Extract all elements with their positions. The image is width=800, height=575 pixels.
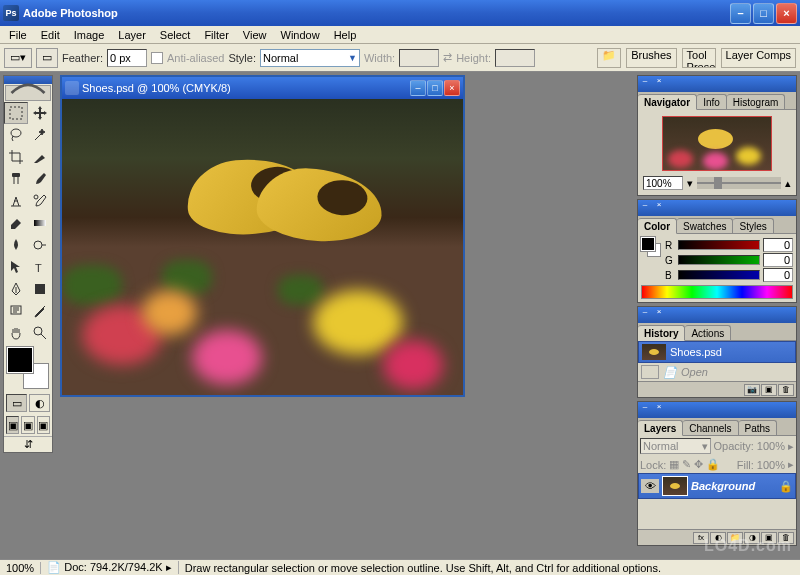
history-brush-tool[interactable] [28, 190, 52, 212]
panel-minimize-icon[interactable]: – [638, 200, 652, 216]
screen-full-menubar-button[interactable]: ▣ [21, 416, 34, 434]
document-icon [65, 81, 79, 95]
style-select[interactable]: Normal▼ [260, 49, 360, 67]
navigator-zoom-input[interactable] [643, 176, 683, 190]
eyedropper-tool[interactable] [28, 300, 52, 322]
menu-file[interactable]: File [2, 27, 34, 43]
panel-minimize-icon[interactable]: – [638, 76, 652, 92]
status-zoom[interactable]: 100% [0, 562, 41, 574]
r-input[interactable] [763, 238, 793, 252]
adobe-online-icon[interactable] [5, 85, 51, 101]
doc-close-button[interactable]: × [444, 80, 460, 96]
gradient-tool[interactable] [28, 212, 52, 234]
clone-stamp-tool[interactable] [4, 190, 28, 212]
tab-actions[interactable]: Actions [685, 325, 731, 340]
panel-close-icon[interactable]: × [652, 402, 666, 418]
canvas[interactable] [62, 99, 463, 395]
menu-select[interactable]: Select [153, 27, 198, 43]
crop-tool[interactable] [4, 146, 28, 168]
tool-preset-picker[interactable]: ▭▾ [4, 48, 32, 68]
tab-navigator[interactable]: Navigator [638, 94, 697, 110]
menu-filter[interactable]: Filter [197, 27, 235, 43]
menu-view[interactable]: View [236, 27, 274, 43]
b-slider[interactable] [678, 270, 760, 280]
panel-minimize-icon[interactable]: – [638, 307, 652, 323]
doc-maximize-button[interactable]: □ [427, 80, 443, 96]
g-slider[interactable] [678, 255, 760, 265]
maximize-button[interactable]: □ [753, 3, 774, 24]
lasso-tool[interactable] [4, 124, 28, 146]
slice-tool[interactable] [28, 146, 52, 168]
panel-close-icon[interactable]: × [652, 307, 666, 323]
tab-info[interactable]: Info [697, 94, 727, 109]
palette-well-toggle[interactable]: 📁 [597, 48, 621, 68]
brush-tool[interactable] [28, 168, 52, 190]
menu-image[interactable]: Image [67, 27, 112, 43]
close-button[interactable]: × [776, 3, 797, 24]
shape-tool[interactable] [28, 278, 52, 300]
path-selection-tool[interactable] [4, 256, 28, 278]
doc-minimize-button[interactable]: – [410, 80, 426, 96]
healing-brush-tool[interactable] [4, 168, 28, 190]
eraser-tool[interactable] [4, 212, 28, 234]
document-titlebar[interactable]: Shoes.psd @ 100% (CMYK/8) – □ × [62, 77, 463, 99]
g-input[interactable] [763, 253, 793, 267]
quickmask-mode-button[interactable]: ◐ [29, 394, 50, 412]
marquee-tool[interactable] [4, 102, 28, 124]
r-slider[interactable] [678, 240, 760, 250]
foreground-color-swatch[interactable] [7, 347, 33, 373]
screen-full-button[interactable]: ▣ [37, 416, 50, 434]
tab-channels[interactable]: Channels [683, 420, 738, 435]
new-snapshot-button[interactable]: 📷 [744, 384, 760, 396]
history-snapshot[interactable]: Shoes.psd [638, 341, 796, 363]
blur-tool[interactable] [4, 234, 28, 256]
panel-close-icon[interactable]: × [652, 76, 666, 92]
zoom-in-icon[interactable]: ▴ [785, 177, 791, 190]
tab-paths[interactable]: Paths [739, 420, 778, 435]
menu-edit[interactable]: Edit [34, 27, 67, 43]
feather-input[interactable] [107, 49, 147, 67]
delete-state-button[interactable]: 🗑 [778, 384, 794, 396]
pen-tool[interactable] [4, 278, 28, 300]
menu-window[interactable]: Window [274, 27, 327, 43]
history-state-open[interactable]: 📄 Open [638, 363, 796, 381]
layer-background[interactable]: 👁 Background 🔒 [638, 473, 796, 499]
tab-color[interactable]: Color [638, 218, 677, 234]
notes-tool[interactable] [4, 300, 28, 322]
dodge-tool[interactable] [28, 234, 52, 256]
new-document-button[interactable]: ▣ [761, 384, 777, 396]
tab-histogram[interactable]: Histogram [727, 94, 786, 109]
color-panel-swatches[interactable] [641, 237, 661, 257]
tab-styles[interactable]: Styles [733, 218, 773, 233]
screen-standard-button[interactable]: ▣ [6, 416, 19, 434]
navigator-thumbnail[interactable] [662, 116, 772, 171]
tab-layers[interactable]: Layers [638, 420, 683, 436]
layer-thumbnail[interactable] [662, 476, 688, 496]
zoom-tool[interactable] [28, 322, 52, 344]
tab-history[interactable]: History [638, 325, 685, 341]
color-spectrum[interactable] [641, 285, 793, 299]
jump-to-imageready-button[interactable]: ⇵ [4, 436, 52, 452]
type-tool[interactable]: T [28, 256, 52, 278]
selection-mode-new[interactable]: ▭ [36, 48, 58, 68]
layer-visibility-icon[interactable]: 👁 [641, 479, 659, 493]
panel-minimize-icon[interactable]: – [638, 402, 652, 418]
panel-close-icon[interactable]: × [652, 200, 666, 216]
tab-swatches[interactable]: Swatches [677, 218, 733, 233]
well-brushes[interactable]: Brushes [626, 48, 676, 68]
status-doc-info[interactable]: 📄 Doc: 794.2K/794.2K ▸ [41, 561, 179, 574]
standard-mode-button[interactable]: ▭ [6, 394, 27, 412]
magic-wand-tool[interactable] [28, 124, 52, 146]
minimize-button[interactable]: – [730, 3, 751, 24]
well-tool-presets[interactable]: Tool Presets [682, 48, 716, 68]
zoom-out-icon[interactable]: ▾ [687, 177, 693, 190]
move-tool[interactable] [28, 102, 52, 124]
menu-layer[interactable]: Layer [111, 27, 153, 43]
zoom-slider[interactable] [697, 177, 781, 189]
hand-tool[interactable] [4, 322, 28, 344]
menu-help[interactable]: Help [327, 27, 364, 43]
lock-position-icon: ✥ [694, 458, 703, 471]
b-input[interactable] [763, 268, 793, 282]
history-brush-source-icon[interactable] [641, 365, 659, 379]
well-layer-comps[interactable]: Layer Comps [721, 48, 796, 68]
